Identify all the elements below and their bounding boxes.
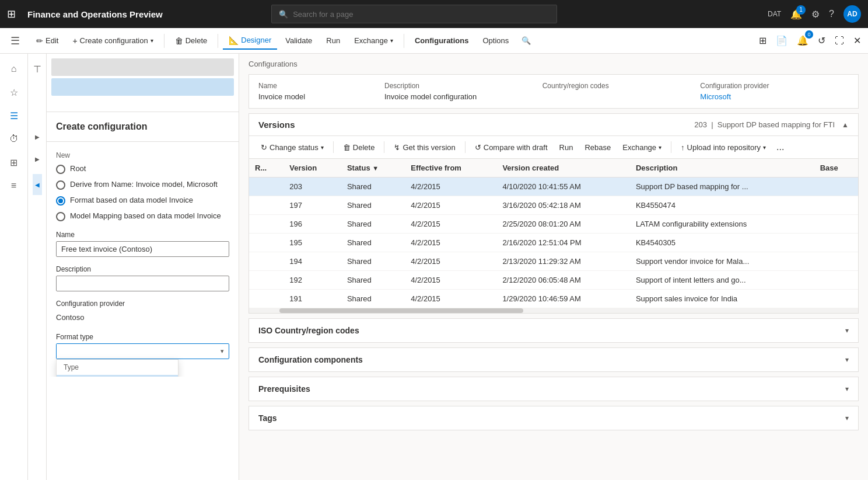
sidebar-home-icon[interactable]: ⌂ xyxy=(4,58,24,79)
sidebar-list-icon[interactable]: ≡ xyxy=(4,175,24,196)
collapsible-components: Configuration components ▾ xyxy=(249,347,859,372)
rebase-button[interactable]: Rebase xyxy=(580,141,615,154)
versions-chevron[interactable]: ▲ xyxy=(842,121,849,129)
edit-button[interactable]: ✏ Edit xyxy=(30,33,64,49)
scrollbar-thumb[interactable] xyxy=(279,308,523,313)
collapse-arrow-3[interactable]: ◀ xyxy=(33,174,42,195)
sidebar-grid-icon[interactable]: ⊞ xyxy=(4,152,24,173)
radio-circle-format xyxy=(56,196,65,206)
sidebar-nav-icon[interactable]: ☰ xyxy=(4,105,24,126)
change-status-arrow[interactable]: ▾ xyxy=(321,144,324,151)
expand-icon[interactable]: ⛶ xyxy=(832,33,846,48)
create-dropdown-icon[interactable]: ▾ xyxy=(150,37,153,44)
format-type-dropdown-arrow[interactable]: ▾ xyxy=(216,345,229,358)
configurations-button[interactable]: Configurations xyxy=(409,33,474,48)
change-status-button[interactable]: ↻ Change status ▾ xyxy=(256,141,328,154)
ver-delete-button[interactable]: 🗑 Delete xyxy=(338,141,380,154)
designer-button[interactable]: 📐 Designer xyxy=(223,32,277,50)
exchange-dropdown-icon[interactable]: ▾ xyxy=(390,37,393,44)
info-col-codes-header: Country/region codes xyxy=(542,82,691,90)
create-config-button[interactable]: + Create configuration ▾ xyxy=(66,33,159,49)
info-col-name-header: Name xyxy=(258,82,375,90)
run-ver-button[interactable]: Run xyxy=(555,141,578,154)
compare-label: Compare with draft xyxy=(484,143,548,152)
dropdown-type-header: Type xyxy=(57,360,178,375)
refresh-icon[interactable]: ↺ xyxy=(816,33,828,48)
table-row[interactable]: 197 Shared 4/2/2015 3/16/2020 05:42:18 A… xyxy=(249,196,858,215)
collapse-sidebar-icon[interactable]: ☰ xyxy=(5,30,26,51)
radio-format[interactable]: Format based on data model Invoice xyxy=(56,196,229,206)
table-row[interactable]: 191 Shared 4/2/2015 1/29/2020 10:46:59 A… xyxy=(249,290,858,308)
radio-root[interactable]: Root xyxy=(56,164,229,174)
more-button[interactable]: ... xyxy=(773,140,788,155)
collapsible-header-tags[interactable]: Tags ▾ xyxy=(249,406,858,430)
cell-effective: 4/2/2015 xyxy=(405,196,496,215)
table-row[interactable]: 194 Shared 4/2/2015 2/13/2020 11:29:32 A… xyxy=(249,252,858,271)
exchange-button[interactable]: Exchange ▾ xyxy=(348,33,399,48)
radio-group: Root Derive from Name: Invoice model, Mi… xyxy=(56,164,229,221)
collapsible-tags: Tags ▾ xyxy=(249,406,859,430)
table-row[interactable]: 203 Shared 4/2/2015 4/10/2020 10:41:55 A… xyxy=(249,178,858,196)
delete-button[interactable]: 🗑 Delete xyxy=(169,33,214,49)
table-row[interactable]: 196 Shared 4/2/2015 2/25/2020 08:01:20 A… xyxy=(249,215,858,234)
split-icon[interactable]: ⊞ xyxy=(757,33,769,48)
exchange-ver-button[interactable]: Exchange ▾ xyxy=(618,141,666,154)
notifications-icon[interactable]: 🔔 1 xyxy=(790,9,802,20)
versions-header[interactable]: Versions 203 | Support DP based mapping … xyxy=(249,114,858,136)
col-effective: Effective from xyxy=(405,159,496,178)
compare-icon: ↺ xyxy=(475,143,481,152)
cell-description: LATAM configurability extensions xyxy=(630,215,814,234)
cell-created: 2/13/2020 11:29:32 AM xyxy=(496,252,630,271)
filter-icon[interactable]: ⊤ xyxy=(27,58,48,79)
cmd-sep-2 xyxy=(218,34,218,48)
search-bar[interactable]: 🔍 xyxy=(271,5,557,23)
avatar[interactable]: AD xyxy=(844,5,861,23)
collapse-arrow-1[interactable]: ▶ xyxy=(33,126,42,147)
radio-derive[interactable]: Derive from Name: Invoice model, Microso… xyxy=(56,180,229,190)
cell-description: KB4540305 xyxy=(630,234,814,252)
cell-created: 2/12/2020 06:05:48 AM xyxy=(496,271,630,290)
table-row[interactable]: 192 Shared 4/2/2015 2/12/2020 06:05:48 A… xyxy=(249,271,858,290)
exchange-ver-arrow[interactable]: ▾ xyxy=(659,144,662,151)
collapsible-header-iso[interactable]: ISO Country/region codes ▾ xyxy=(249,319,858,342)
collapsible-header-components[interactable]: Configuration components ▾ xyxy=(249,348,858,371)
cell-description: Support DP based mapping for ... xyxy=(630,178,814,196)
sidebar-icons: ⌂ ☆ ☰ ⏱ ⊞ ≡ xyxy=(0,54,28,480)
sidebar-star-icon[interactable]: ☆ xyxy=(4,82,24,103)
cell-version: 203 xyxy=(284,178,341,196)
sidebar-clock-icon[interactable]: ⏱ xyxy=(4,128,24,149)
upload-into-repo-button[interactable]: ↑ Upload into repository ▾ xyxy=(676,141,771,154)
get-this-version-button[interactable]: ↯ Get this version xyxy=(389,141,460,154)
scrollbar-indicator[interactable] xyxy=(249,308,858,313)
search-input[interactable] xyxy=(293,10,550,19)
name-field-group: Name xyxy=(56,231,229,257)
cell-status: Shared xyxy=(341,196,405,215)
help-icon[interactable]: ? xyxy=(829,9,834,19)
compare-with-draft-button[interactable]: ↺ Compare with draft xyxy=(470,141,552,154)
app-grid-icon[interactable]: ⊞ xyxy=(7,8,16,20)
options-button[interactable]: Options xyxy=(477,33,514,48)
description-input[interactable] xyxy=(56,276,229,291)
info-col-provider-value[interactable]: Microsoft xyxy=(700,92,849,101)
collapse-arrow-2[interactable]: ▶ xyxy=(33,148,42,169)
cell-version: 191 xyxy=(284,290,341,308)
table-row[interactable]: 195 Shared 4/2/2015 2/16/2020 12:51:04 P… xyxy=(249,234,858,252)
dropdown-item-excel[interactable]: Excel xyxy=(57,375,178,377)
search-cmd-icon[interactable]: 🔍 xyxy=(522,36,531,45)
upload-arrow[interactable]: ▾ xyxy=(763,144,766,151)
close-icon[interactable]: ✕ xyxy=(851,33,863,48)
tree-selected-item[interactable] xyxy=(51,78,234,96)
name-input[interactable] xyxy=(56,241,229,257)
cell-description: Support of intent letters and go... xyxy=(630,271,814,290)
radio-modelmap[interactable]: Model Mapping based on data model Invoic… xyxy=(56,211,229,221)
format-type-input[interactable] xyxy=(57,344,216,359)
validate-button[interactable]: Validate xyxy=(279,33,318,48)
collapsible-header-prereqs[interactable]: Prerequisites ▾ xyxy=(249,377,858,401)
settings-icon[interactable]: ⚙ xyxy=(811,9,820,20)
notif-cmd-icon[interactable]: 🔔 0 xyxy=(794,33,811,48)
cell-effective: 4/2/2015 xyxy=(405,252,496,271)
panel-icon[interactable]: 📄 xyxy=(774,33,790,48)
cell-status: Shared xyxy=(341,234,405,252)
config-provider-label: Configuration provider xyxy=(56,300,229,308)
run-button[interactable]: Run xyxy=(320,33,346,48)
